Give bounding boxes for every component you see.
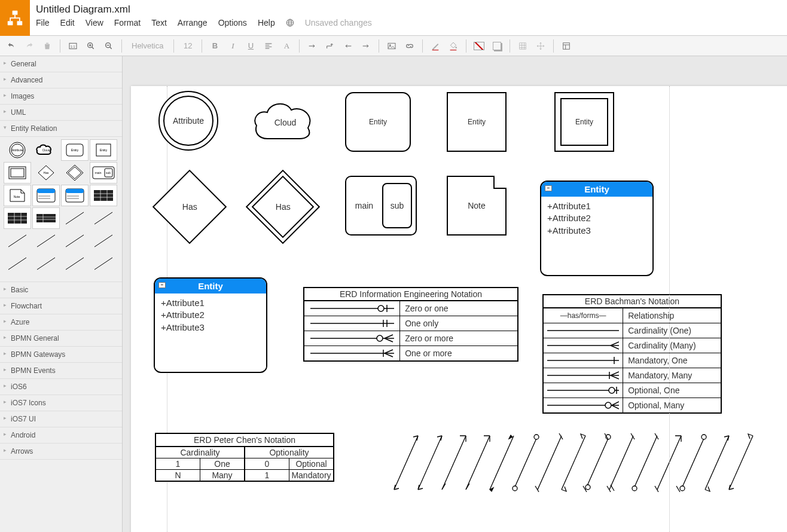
palette-bpmn-general[interactable]: BPMN General (0, 331, 122, 347)
svg-rect-13 (450, 50, 457, 50)
fill-color-button[interactable] (446, 38, 461, 54)
stencil-line-8[interactable] (32, 253, 60, 274)
stencil-line-9[interactable] (61, 253, 89, 274)
shape-cloud[interactable]: Cloud (249, 97, 321, 148)
zoom-actual-button[interactable]: 1:1 (65, 38, 81, 54)
stencil-line-5[interactable] (61, 230, 89, 252)
palette-ios7-icons[interactable]: iOS7 Icons (0, 395, 122, 411)
zoom-in-button[interactable] (83, 38, 99, 54)
bachman-notation-table[interactable]: ERD Bachman's Notation —has/forms— Relat… (542, 294, 722, 414)
menu-view[interactable]: View (86, 18, 103, 27)
palette-arrows[interactable]: Arrows (0, 444, 122, 460)
stencil-cloud[interactable]: Cloud (32, 139, 60, 161)
palette-flowchart[interactable]: Flowchart (0, 298, 122, 314)
insert-link-button[interactable] (402, 38, 417, 54)
menu-help[interactable]: Help (258, 18, 275, 27)
shape-entity-table-2[interactable]: −Entity +Attribute1 +Attribute2 +Attribu… (154, 277, 267, 373)
stencil-line-10[interactable] (90, 253, 117, 274)
palette-advanced[interactable]: Advanced (0, 72, 122, 88)
palette-ios6[interactable]: iOS6 (0, 379, 122, 395)
stencil-entity-table1[interactable] (32, 185, 60, 206)
line-color-button[interactable] (428, 38, 443, 54)
shape-entity-table-1[interactable]: −Entity +Attribute1 +Attribute2 +Attribu… (540, 181, 654, 276)
palette-entity-relation[interactable]: Entity Relation (0, 121, 122, 137)
stencil-attribute[interactable]: Attribute (4, 139, 31, 161)
font-family-selector[interactable]: Helvetica (127, 41, 169, 50)
shape-entity-square[interactable]: Entity (447, 92, 507, 152)
insert-image-button[interactable] (384, 38, 399, 54)
svg-line-89 (705, 436, 729, 490)
language-icon[interactable] (286, 19, 294, 27)
undo-button[interactable] (4, 38, 19, 54)
canvas[interactable]: Attribute Cloud Entity Entity Entity H (123, 56, 787, 532)
stencil-entity-table2[interactable] (61, 185, 89, 206)
collapse-icon[interactable]: − (158, 282, 166, 288)
palette-azure[interactable]: Azure (0, 314, 122, 331)
guides-toggle-button[interactable] (533, 38, 548, 54)
redo-button[interactable] (22, 38, 37, 54)
palette-basic[interactable]: Basic (0, 282, 122, 298)
shape-attribute[interactable]: Attribute (158, 91, 218, 151)
italic-button[interactable]: I (225, 38, 240, 54)
layout-button[interactable] (559, 38, 574, 54)
stencil-entity-rounded[interactable]: Entity (61, 139, 89, 161)
menu-format[interactable]: Format (114, 18, 141, 27)
shape-has[interactable]: Has (163, 181, 216, 233)
shape-has-double[interactable]: Has (257, 181, 309, 233)
stencil-line-7[interactable] (4, 253, 31, 274)
delete-button[interactable] (39, 38, 55, 54)
stencil-has-diamond[interactable]: Has (32, 162, 60, 184)
stencil-main-sub[interactable]: mainsub (90, 162, 117, 184)
stencil-entity-frame[interactable] (4, 162, 31, 184)
palette-uml[interactable]: UML (0, 105, 122, 121)
shape-entity-frame[interactable]: Entity (554, 92, 614, 152)
conn-arrow-end-button[interactable] (358, 38, 374, 54)
shape-entity-rounded[interactable]: Entity (345, 92, 411, 152)
palette-ios7-ui[interactable]: iOS7 UI (0, 411, 122, 427)
conn-arrow-start-button[interactable] (340, 38, 356, 54)
stencil-has-dbl-diamond[interactable] (61, 162, 89, 184)
no-fill-button[interactable] (471, 38, 487, 54)
menu-arrange[interactable]: Arrange (178, 18, 208, 27)
zoom-out-button[interactable] (101, 38, 117, 54)
menu-options[interactable]: Options (218, 18, 247, 27)
shape-main-sub[interactable]: main sub (345, 176, 417, 236)
conn-straight-button[interactable] (304, 38, 320, 54)
bold-button[interactable]: B (207, 38, 222, 54)
palette-android[interactable]: Android (0, 427, 122, 444)
stencil-table-dark2[interactable] (4, 207, 31, 229)
grid-toggle-button[interactable] (515, 38, 530, 54)
stencil-line-2[interactable] (90, 207, 117, 229)
stencil-line-6[interactable] (90, 230, 117, 252)
doc-title[interactable]: Untitled Diagram.xml (36, 0, 787, 17)
menu-text[interactable]: Text (151, 18, 167, 27)
palette-bpmn-events[interactable]: BPMN Events (0, 363, 122, 379)
stencil-line-4[interactable] (32, 230, 60, 252)
palette-bpmn-gateways[interactable]: BPMN Gateways (0, 347, 122, 363)
font-color-button[interactable]: A (279, 38, 294, 54)
edge-samples[interactable] (382, 433, 765, 505)
stencil-note[interactable]: Note (4, 185, 31, 206)
conn-waypoint-button[interactable] (322, 38, 338, 54)
ie-notation-table[interactable]: ERD Information Engineering Notation Zer… (303, 287, 518, 362)
shape-has-label: Has (182, 202, 197, 212)
chen-notation-table[interactable]: ERD Peter Chen's Notation Cardinality Op… (155, 433, 334, 482)
palette-images[interactable]: Images (0, 88, 122, 105)
app-logo[interactable] (0, 0, 30, 36)
page[interactable]: Attribute Cloud Entity Entity Entity H (131, 86, 787, 532)
underline-button[interactable]: U (243, 38, 258, 54)
stencil-entity-square[interactable]: Entity (90, 139, 117, 161)
align-button[interactable] (261, 38, 276, 54)
stencil-table-dark1[interactable] (90, 185, 117, 206)
stencil-line-1[interactable] (61, 207, 89, 229)
shape-note[interactable]: Note (447, 176, 507, 236)
stencil-line-3[interactable] (4, 230, 31, 252)
shape-sidebar[interactable]: General Advanced Images UML Entity Relat… (0, 56, 123, 532)
menu-edit[interactable]: Edit (60, 18, 75, 27)
menu-file[interactable]: File (36, 18, 50, 27)
palette-general[interactable]: General (0, 56, 122, 72)
collapse-icon[interactable]: − (545, 185, 552, 191)
shadow-button[interactable] (489, 38, 505, 54)
font-size-selector[interactable]: 12 (179, 41, 197, 50)
stencil-table-dark3[interactable] (32, 207, 60, 229)
